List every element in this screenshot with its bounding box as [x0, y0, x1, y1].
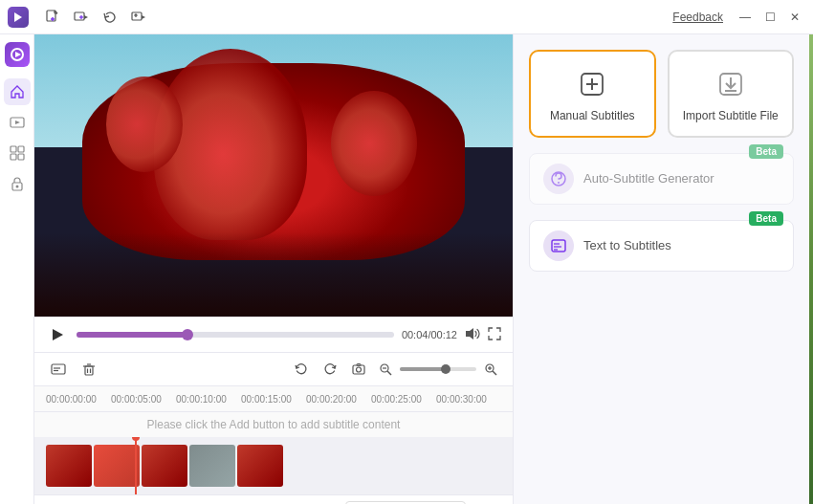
edit-toolbar-left	[46, 357, 101, 382]
right-panel: Manual Subtitles Import Subtitle File	[513, 34, 809, 504]
timeline-playhead	[135, 437, 137, 494]
timeline-mark-2: 00:00:10:00	[176, 394, 241, 405]
video-thumb-4	[189, 445, 235, 487]
balloon-left	[106, 77, 183, 172]
undo-button[interactable]	[289, 357, 314, 382]
volume-icon[interactable]	[465, 327, 480, 343]
video-section: 00:04/00:12	[34, 34, 513, 504]
maximize-button[interactable]: ☐	[759, 7, 780, 28]
svg-marker-24	[53, 329, 63, 340]
manual-subtitles-label: Manual Subtitles	[550, 109, 635, 124]
edit-toolbar	[34, 352, 513, 385]
auto-subtitle-beta-badge: Beta	[749, 144, 783, 159]
svg-rect-26	[52, 364, 65, 374]
timeline-marks: 00:00:00:00 00:00:05:00 00:00:10:00 00:0…	[46, 394, 501, 405]
svg-rect-7	[75, 12, 84, 20]
svg-point-23	[15, 186, 18, 188]
timeline-ruler: 00:00:00:00 00:00:05:00 00:00:10:00 00:0…	[34, 385, 513, 412]
close-button[interactable]: ✕	[784, 7, 805, 28]
timeline-mark-4: 00:00:20:00	[306, 394, 371, 405]
video-player	[34, 34, 513, 317]
option-cards-row: Manual Subtitles Import Subtitle File	[529, 50, 794, 138]
app-icon	[8, 7, 29, 28]
main-content: 00:04/00:12	[0, 34, 813, 504]
svg-marker-17	[15, 121, 20, 124]
sidebar-item-effects[interactable]	[4, 140, 31, 166]
zoom-slider-fill	[400, 367, 446, 371]
zoom-out-button[interactable]	[375, 359, 396, 380]
screenshot-button[interactable]	[346, 357, 371, 382]
minimize-button[interactable]: —	[735, 7, 756, 28]
timeline-track[interactable]	[34, 437, 513, 494]
import-subtitle-card[interactable]: Import Subtitle File	[668, 50, 795, 138]
right-edge-thumbnail	[809, 34, 813, 504]
export-media-icon[interactable]	[126, 5, 151, 30]
svg-rect-21	[18, 154, 24, 160]
video-thumb-5	[237, 445, 283, 487]
svg-line-43	[493, 371, 496, 375]
zoom-slider[interactable]	[400, 367, 476, 371]
timeline-mark-5: 00:00:25:00	[371, 394, 436, 405]
timeline-mark-0: 00:00:00:00	[46, 394, 111, 405]
title-bar-left	[8, 5, 151, 30]
delete-tool-button[interactable]	[77, 357, 101, 382]
balloon-right	[331, 91, 417, 196]
svg-rect-18	[11, 146, 16, 152]
svg-rect-20	[11, 154, 16, 160]
svg-rect-19	[18, 146, 24, 152]
svg-point-56	[558, 182, 560, 184]
manual-subtitles-card[interactable]: Manual Subtitles	[529, 50, 656, 138]
sidebar-item-lock[interactable]	[4, 170, 31, 197]
sidebar	[0, 34, 34, 504]
sidebar-item-home[interactable]	[4, 78, 31, 105]
timeline-mark-1: 00:00:05:00	[111, 394, 176, 405]
text-to-subtitles-icon	[543, 230, 574, 261]
video-shadow	[34, 232, 513, 318]
zoom-in-button[interactable]	[480, 359, 501, 380]
title-bar-right: Feedback — ☐ ✕	[672, 7, 805, 28]
svg-rect-34	[353, 365, 364, 374]
timeline-section: 00:00:00:00 00:00:05:00 00:00:10:00 00:0…	[34, 385, 513, 494]
import-subtitle-label: Import Subtitle File	[683, 109, 779, 124]
refresh-icon[interactable]	[98, 5, 122, 30]
text-to-subtitles-label: Text to Subtitles	[583, 238, 671, 252]
fullscreen-button[interactable]	[488, 327, 501, 343]
svg-marker-12	[142, 15, 145, 19]
video-strip	[34, 437, 295, 494]
progress-thumb	[182, 329, 193, 340]
svg-marker-0	[14, 12, 22, 22]
redo-button[interactable]	[318, 357, 342, 382]
play-button[interactable]	[46, 323, 69, 346]
add-media-icon[interactable]	[69, 5, 94, 30]
edit-toolbar-right	[289, 357, 501, 382]
progress-fill	[77, 332, 187, 338]
text-to-subtitles-option[interactable]: Beta Text to Subtitles	[529, 220, 794, 272]
video-thumb-3	[142, 445, 187, 487]
add-subtitle-hint: Please click the Add button to add subti…	[34, 412, 513, 437]
time-display: 00:04/00:12	[402, 329, 457, 340]
auto-subtitle-label: Auto-Subtitle Generator	[583, 171, 714, 186]
sidebar-item-media[interactable]	[4, 109, 31, 136]
feedback-link[interactable]: Feedback	[672, 11, 723, 24]
import-subtitle-icon	[714, 67, 748, 101]
progress-bar[interactable]	[77, 332, 394, 338]
top-section: 00:04/00:12	[34, 34, 813, 504]
svg-marker-25	[466, 328, 473, 340]
svg-rect-11	[132, 12, 142, 20]
svg-rect-29	[85, 366, 93, 375]
svg-line-39	[387, 371, 391, 375]
auto-subtitle-option[interactable]: Beta Auto-Subtitle Generator	[529, 153, 794, 205]
video-thumb-2	[94, 445, 140, 487]
svg-marker-8	[84, 15, 88, 19]
zoom-slider-thumb	[441, 364, 450, 374]
text-to-subtitles-beta-badge: Beta	[749, 211, 783, 226]
new-file-icon[interactable]	[40, 5, 65, 30]
auto-subtitle-icon	[543, 164, 574, 194]
manual-subtitles-icon	[575, 67, 609, 101]
title-bar: Feedback — ☐ ✕	[0, 0, 813, 34]
video-controls: 00:04/00:12	[34, 317, 513, 352]
sidebar-logo	[5, 42, 30, 67]
svg-marker-15	[15, 52, 21, 57]
subtitle-tool-button[interactable]	[46, 357, 71, 382]
svg-point-35	[357, 367, 362, 372]
